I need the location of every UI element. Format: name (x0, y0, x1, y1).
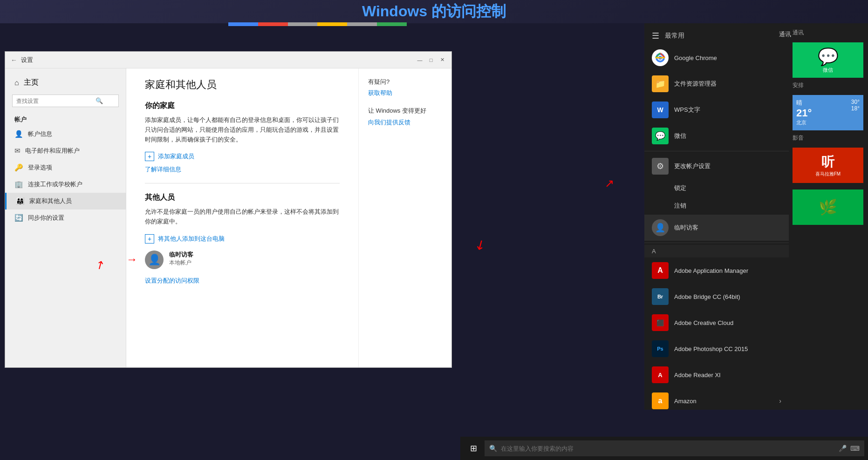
most-used-label: 最常用 (665, 32, 684, 40)
sidebar-home[interactable]: ⌂ 主页 (5, 73, 126, 92)
family-section-desc: 添加家庭成员，让每个人都能有自己的登录信息和桌面，你可以让孩子们只访问合适的网站… (145, 115, 340, 144)
guest-info: 临时访客 本地帐户 (169, 250, 193, 267)
search-input[interactable] (16, 98, 96, 104)
settings-main: 家庭和其他人员 你的家庭 添加家庭成员，让每个人都能有自己的登录信息和桌面，你可… (126, 68, 358, 367)
sidebar-family-label: 家庭和其他人员 (29, 197, 72, 205)
explorer-icon: 📁 (652, 75, 669, 92)
others-section-desc: 允许不是你家庭一员的用户使用自己的帐户来登录，这样不会将其添加到你的家庭中。 (145, 207, 340, 227)
guest-avatar: 👤 (145, 250, 164, 269)
sidebar-item-account-info[interactable]: 👤 帐户信息 (5, 126, 126, 142)
back-button[interactable]: ← (11, 56, 17, 64)
app-list: Google Chrome 📁 文件资源管理器 W WPS文字 💬 微信 ⚙ (644, 45, 789, 410)
settings-title: 设置 (21, 56, 33, 64)
start-button[interactable]: ⊞ (464, 439, 483, 458)
home-icon: ⌂ (14, 79, 19, 87)
music-label: 喜马拉雅FM (815, 171, 841, 177)
taskbar-mic-icon[interactable]: 🎤 (839, 445, 847, 452)
wps-icon: W (652, 101, 669, 118)
taskbar-search-input[interactable] (501, 445, 835, 452)
guest-user-section: 👤 临时访客 本地帐户 → (145, 250, 340, 269)
account-info-icon: 👤 (14, 130, 23, 138)
learn-more-link[interactable]: 了解详细信息 (145, 166, 181, 173)
app-label-amazon: Amazon (674, 398, 697, 405)
others-section-title: 其他人员 (145, 193, 340, 203)
section-label-comms: 通讯 (793, 29, 864, 37)
window-controls: — □ ✕ (416, 56, 446, 64)
app-item-wechat[interactable]: 💬 微信 (644, 123, 789, 149)
sidebar-item-family[interactable]: 👨‍👩‍👧 家庭和其他人员 (5, 193, 126, 210)
family-section-title: 你的家庭 (145, 101, 340, 111)
app-item-amazon[interactable]: a Amazon › (644, 388, 789, 410)
feedback-link[interactable]: 向我们提供反馈 (368, 119, 410, 126)
minimize-button[interactable]: — (416, 56, 424, 64)
help-question: 有疑问? (368, 78, 442, 86)
adobe-mgr-icon: A (652, 262, 669, 279)
section-a: A (644, 245, 789, 257)
sidebar-account-info-label: 帐户信息 (28, 130, 52, 138)
add-other-button[interactable]: + 将其他人添加到这台电脑 (145, 234, 340, 244)
amazon-icon: a (652, 392, 669, 409)
email-icon: ✉ (14, 147, 21, 155)
sidebar-item-email[interactable]: ✉ 电子邮件和应用帐户 (5, 142, 126, 159)
menu-separator (644, 151, 789, 151)
hamburger-icon[interactable]: ☰ (652, 31, 659, 41)
side-panel: ☰ 最常用 Google Chrome (644, 23, 868, 410)
app-item-adobe-cc[interactable]: ⬛ Adobe Creative Cloud (644, 310, 789, 336)
settings-sidebar: ⌂ 主页 🔍 帐户 👤 帐户信息 ✉ 电子邮件和应用帐户 🔑 登录选项 🏢 (5, 68, 126, 367)
notification-header-label: 通讯 (779, 30, 791, 39)
chrome-icon (652, 49, 669, 66)
close-button[interactable]: ✕ (438, 56, 446, 64)
amazon-expand-icon: › (779, 397, 781, 405)
maximize-button[interactable]: □ (427, 56, 435, 64)
app-label-wps: WPS文字 (674, 106, 700, 114)
color-seg-1 (228, 22, 258, 26)
app-label-chrome: Google Chrome (674, 54, 717, 61)
start-menu-header: ☰ 最常用 (644, 23, 789, 45)
page-title: Windows 的访问控制 (362, 1, 506, 22)
color-seg-3 (288, 22, 318, 26)
red-arrow-adobe-mgr: ↗ (472, 236, 489, 254)
app-label-wechat: 微信 (674, 132, 686, 140)
app-label-adobe-mgr: Adobe Application Manager (674, 267, 748, 274)
app-item-adobe-mgr[interactable]: A Adobe Application Manager (644, 257, 789, 284)
app-item-adobe-ps[interactable]: Ps Adobe Photoshop CC 2015 (644, 336, 789, 362)
app-item-change-account[interactable]: ⚙ 更改帐户设置 (644, 153, 789, 179)
app-item-chrome[interactable]: Google Chrome (644, 45, 789, 71)
app-item-wps[interactable]: W WPS文字 (644, 97, 789, 123)
main-page-title: 家庭和其他人员 (145, 78, 340, 92)
guest-name: 临时访客 (169, 250, 193, 259)
sidebar-item-login[interactable]: 🔑 登录选项 (5, 159, 126, 176)
app-item-adobe-bridge[interactable]: Br Adobe Bridge CC (64bit) (644, 284, 789, 310)
app-item-explorer[interactable]: 📁 文件资源管理器 (644, 71, 789, 97)
get-help-link[interactable]: 获取帮助 (368, 89, 442, 97)
family-section: 你的家庭 添加家庭成员，让每个人都能有自己的登录信息和桌面，你可以让孩子们只访问… (145, 101, 340, 174)
help-panel: 有疑问? 获取帮助 让 Windows 变得更好 向我们提供反馈 (358, 68, 451, 367)
app-label-adobe-cc: Adobe Creative Cloud (674, 319, 733, 326)
color-bar (228, 22, 407, 26)
settings-window: ← 设置 — □ ✕ ⌂ 主页 🔍 帐户 👤 帐户信息 ✉ (5, 51, 452, 368)
app-item-logout[interactable]: 注销 (644, 197, 789, 215)
add-family-member-button[interactable]: + 添加家庭成员 (145, 152, 340, 161)
divider (145, 183, 340, 183)
add-family-label: 添加家庭成员 (158, 152, 194, 161)
sidebar-item-sync[interactable]: 🔄 同步你的设置 (5, 210, 126, 226)
tile-weather[interactable]: 晴 21° 北京 30° 18° (793, 95, 863, 130)
sidebar-email-label: 电子邮件和应用帐户 (25, 147, 80, 155)
settings-body: ⌂ 主页 🔍 帐户 👤 帐户信息 ✉ 电子邮件和应用帐户 🔑 登录选项 🏢 (5, 68, 451, 367)
app-item-guest-user[interactable]: 👤 临时访客 (644, 215, 789, 241)
app-label-explorer: 文件资源管理器 (674, 80, 717, 88)
app-label-lock: 锁定 (674, 184, 686, 192)
others-section: 其他人员 允许不是你家庭一员的用户使用自己的帐户来登录，这样不会将其添加到你的家… (145, 193, 340, 285)
tile-green[interactable]: 🌿 (793, 189, 863, 225)
adobe-cc-icon: ⬛ (652, 314, 669, 331)
app-item-adobe-reader[interactable]: A Adobe Reader XI (644, 362, 789, 388)
adobe-ps-icon: Ps (652, 340, 669, 357)
tile-wechat[interactable]: 💬 微信 (793, 42, 863, 78)
access-permission-link[interactable]: 设置分配的访问权限 (145, 277, 199, 284)
color-seg-6 (377, 22, 407, 26)
app-item-lock[interactable]: 锁定 (644, 179, 789, 197)
title-area: Windows 的访问控制 (0, 0, 868, 23)
tile-music[interactable]: 听 喜马拉雅FM (793, 148, 863, 183)
sidebar-item-work[interactable]: 🏢 连接工作或学校帐户 (5, 176, 126, 193)
taskbar-speech-icon[interactable]: ⌨ (850, 445, 860, 452)
